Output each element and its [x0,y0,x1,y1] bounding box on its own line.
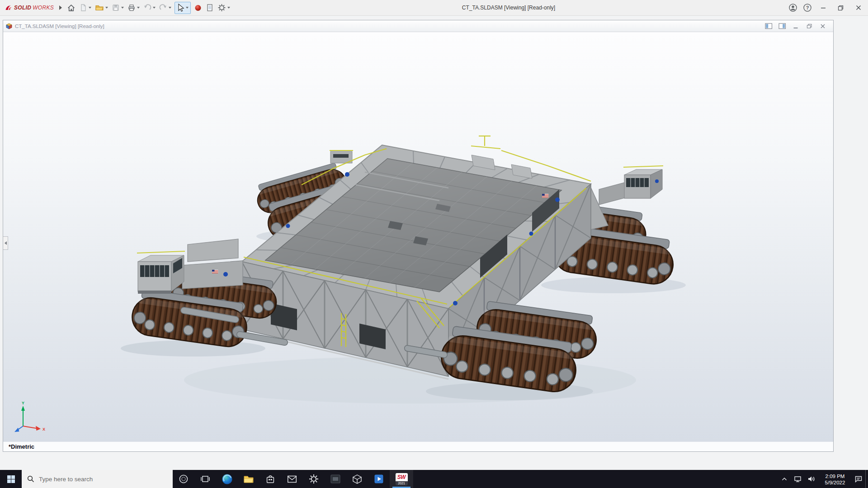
featuremanager-collapsed-tab[interactable] [3,236,8,250]
speaker-icon [807,475,816,483]
document-window-controls [764,22,830,30]
crawler-transporter-model[interactable] [3,32,833,441]
minimize-button[interactable] [815,0,832,16]
chevron-up-icon [782,477,787,481]
new-document-caret[interactable] [89,7,91,9]
search-input[interactable] [39,476,161,483]
document-title: CT_TA.SLDASM [Viewing] [Read-only] [15,23,104,29]
edge-icon [222,474,233,485]
triad-x-arrow [36,426,41,431]
3d-viewer-button[interactable] [346,470,368,488]
hidden-icons-button[interactable] [778,470,791,488]
task-view-button[interactable] [194,470,216,488]
save-button[interactable] [110,1,125,14]
store-icon [265,474,276,484]
options-button[interactable] [216,1,231,14]
solidworks-app-icon: SW 2021 [396,473,408,485]
cortana-button[interactable] [173,470,194,488]
orientation-triad[interactable]: Y X [9,400,48,439]
document-properties-icon [206,4,214,12]
action-center-icon [854,475,863,483]
account-button[interactable] [786,0,800,16]
caption-buttons: ? [786,0,868,16]
action-center-button[interactable] [852,470,865,488]
restore-button[interactable] [832,0,849,16]
gear-icon [217,4,226,12]
redo-caret[interactable] [169,7,171,9]
select-tool-button[interactable] [175,2,191,14]
doc-restore-button[interactable] [804,22,814,30]
show-desktop-button[interactable] [865,470,868,488]
ds-swoosh-icon [5,4,13,11]
screen: SOLIDWORKS [0,0,868,488]
file-explorer-icon [243,474,254,484]
taskbar-clock[interactable]: 2:09 PM 5/9/2022 [818,473,852,486]
open-caret[interactable] [105,7,108,9]
search-icon [27,475,34,483]
clock-time: 2:09 PM [818,473,852,479]
restore-icon [838,5,844,11]
screen-capture-button[interactable] [325,470,346,488]
new-document-icon [79,4,87,12]
doc-minimize-icon [793,23,799,29]
system-tray: 2:09 PM 5/9/2022 [778,470,868,488]
help-icon: ? [803,3,812,12]
mail-icon [287,474,297,484]
3dexperience-icon [194,4,202,12]
doc-close-button[interactable] [818,22,828,30]
undo-button[interactable] [142,1,157,14]
assembly-document-icon [6,23,12,29]
solidworks-logo: SOLIDWORKS [0,4,57,11]
close-button[interactable] [849,0,868,16]
taskbar-search[interactable] [22,470,173,488]
volume-button[interactable] [805,470,818,488]
open-button[interactable] [94,1,109,14]
close-icon [856,5,861,10]
undo-caret[interactable] [153,7,156,9]
menu-flyout-arrow-icon[interactable] [59,5,62,10]
document-properties-button[interactable] [204,1,215,14]
home-button[interactable] [66,1,77,14]
save-caret[interactable] [121,7,124,9]
view-orientation-label: *Dimetric [9,443,34,450]
pane-right-button[interactable] [777,22,787,30]
options-caret[interactable] [227,7,230,9]
cab-rear-right[interactable] [599,169,662,205]
viewport-3d[interactable]: Y X [3,32,833,441]
select-tool-caret[interactable] [186,7,189,9]
mail-button[interactable] [281,470,303,488]
brand-text-solid: SOLID [14,5,31,11]
app-titlebar: SOLIDWORKS [0,0,868,16]
doc-close-icon [820,23,826,29]
store-button[interactable] [259,470,281,488]
media-player-button[interactable] [368,470,390,488]
print-button[interactable] [126,1,141,14]
document-titlebar[interactable]: CT_TA.SLDASM [Viewing] [Read-only] [3,20,833,32]
edge-button[interactable] [216,470,238,488]
task-view-icon [201,474,210,483]
document-statusbar: *Dimetric [3,441,833,451]
doc-minimize-button[interactable] [791,22,801,30]
file-explorer-button[interactable] [238,470,259,488]
svg-text:?: ? [806,5,809,10]
windows-logo-icon [7,475,15,483]
pane-left-button[interactable] [764,22,774,30]
save-icon [112,4,120,12]
print-caret[interactable] [137,7,140,9]
settings-button[interactable] [303,470,325,488]
new-document-button[interactable] [78,1,93,14]
front-platform [188,239,238,262]
select-cursor-icon [177,4,184,12]
document-window: CT_TA.SLDASM [Viewing] [Read-only] [3,20,834,452]
start-button[interactable] [0,470,22,488]
help-button[interactable]: ? [800,0,815,16]
solidworks-taskbar-button[interactable]: SW 2021 [390,470,413,488]
redo-button[interactable] [158,1,173,14]
open-folder-icon [95,4,104,12]
nasa-meatball-decal [655,179,659,183]
3dexperience-button[interactable] [193,1,203,14]
network-button[interactable] [791,470,805,488]
app-title: CT_TA.SLDASM [Viewing] [Read-only] [231,5,786,11]
main-toolbar [66,1,231,14]
collapse-arrow-icon [5,241,7,245]
